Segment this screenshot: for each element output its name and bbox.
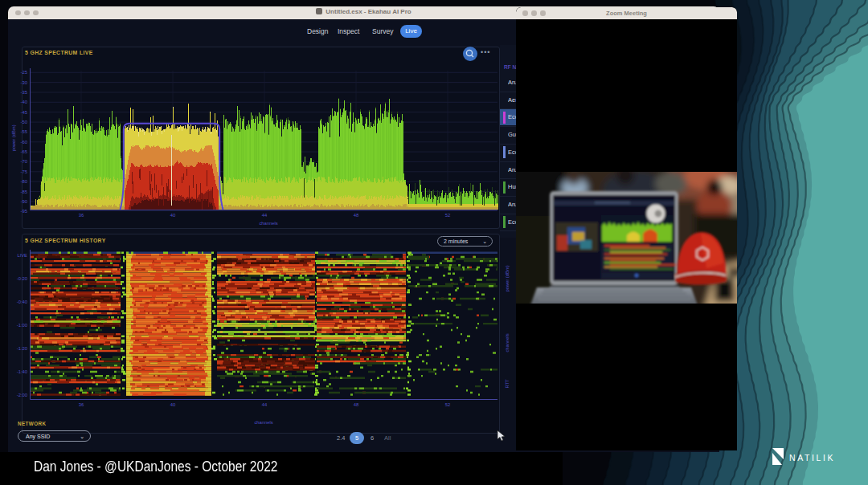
svg-text:-35: -35 (21, 90, 27, 95)
svg-text:44: 44 (262, 213, 268, 218)
svg-text:-75: -75 (21, 169, 27, 174)
svg-text:36: 36 (79, 213, 84, 218)
svg-text:-0:40: -0:40 (17, 300, 27, 304)
svg-text:power (dBm): power (dBm) (505, 265, 510, 291)
svg-text:-25: -25 (21, 70, 27, 75)
svg-text:48: 48 (354, 213, 358, 218)
svg-text:-80: -80 (21, 179, 27, 184)
svg-text:power (dBm): power (dBm) (11, 124, 16, 151)
svg-text:-40: -40 (21, 100, 27, 104)
svg-text:44: 44 (262, 402, 268, 407)
svg-text:RTT: RTT (505, 379, 510, 389)
svg-text:-1:20: -1:20 (17, 346, 27, 351)
svg-text:-85: -85 (21, 190, 27, 194)
svg-text:-60: -60 (21, 140, 27, 145)
svg-text:-50: -50 (21, 120, 27, 124)
svg-text:-0:20: -0:20 (17, 276, 27, 281)
svg-text:channels: channels (505, 333, 510, 352)
svg-text:-70: -70 (21, 159, 27, 164)
svg-text:NATILIK: NATILIK (789, 453, 835, 463)
svg-text:48: 48 (354, 402, 358, 407)
svg-text:52: 52 (445, 402, 450, 407)
svg-text:40: 40 (170, 213, 175, 218)
svg-text:-2:00: -2:00 (17, 393, 27, 397)
svg-text:-1:40: -1:40 (17, 369, 27, 374)
svg-text:-1:00: -1:00 (17, 323, 27, 328)
svg-text:-30: -30 (21, 80, 27, 85)
svg-text:36: 36 (79, 402, 84, 407)
svg-text:channels: channels (259, 221, 277, 226)
svg-text:52: 52 (445, 213, 450, 218)
svg-text:-65: -65 (21, 149, 27, 154)
svg-text:40: 40 (170, 402, 175, 407)
svg-text:LIVE: LIVE (17, 253, 27, 258)
svg-text:-95: -95 (21, 209, 27, 214)
svg-text:-55: -55 (21, 129, 27, 134)
svg-text:-45: -45 (21, 110, 27, 115)
svg-text:channels: channels (254, 420, 272, 425)
svg-text:-90: -90 (21, 199, 27, 204)
